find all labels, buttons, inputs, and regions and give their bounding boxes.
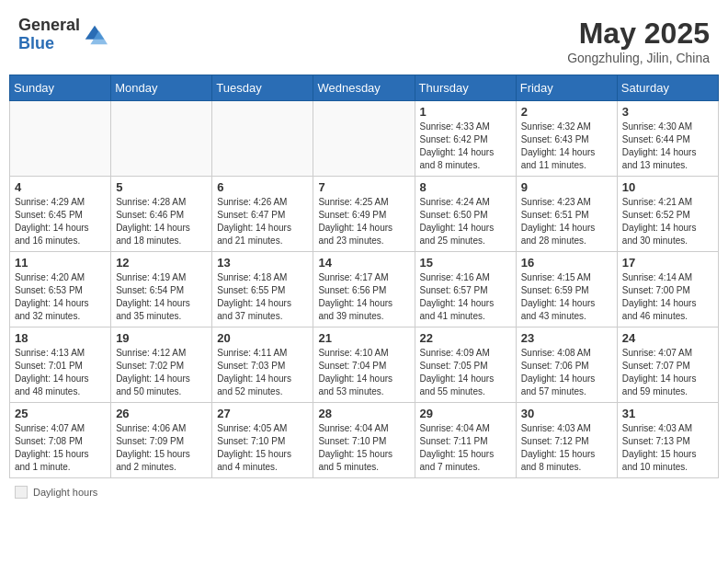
calendar-week-row: 4Sunrise: 4:29 AM Sunset: 6:45 PM Daylig… bbox=[10, 177, 719, 252]
day-info: Sunrise: 4:06 AM Sunset: 7:09 PM Dayligh… bbox=[116, 422, 207, 474]
day-number: 17 bbox=[622, 256, 713, 270]
day-number: 4 bbox=[15, 180, 106, 194]
calendar-cell: 17Sunrise: 4:14 AM Sunset: 7:00 PM Dayli… bbox=[617, 252, 718, 327]
day-info: Sunrise: 4:04 AM Sunset: 7:10 PM Dayligh… bbox=[318, 422, 409, 474]
weekday-header-sunday: Sunday bbox=[10, 75, 111, 101]
calendar-cell: 25Sunrise: 4:07 AM Sunset: 7:08 PM Dayli… bbox=[10, 403, 111, 478]
day-info: Sunrise: 4:12 AM Sunset: 7:02 PM Dayligh… bbox=[116, 347, 207, 398]
logo: General Blue bbox=[18, 17, 108, 53]
day-info: Sunrise: 4:04 AM Sunset: 7:11 PM Dayligh… bbox=[420, 422, 511, 474]
day-info: Sunrise: 4:26 AM Sunset: 6:47 PM Dayligh… bbox=[217, 196, 308, 247]
day-info: Sunrise: 4:16 AM Sunset: 6:57 PM Dayligh… bbox=[420, 271, 511, 323]
calendar-cell: 2Sunrise: 4:32 AM Sunset: 6:43 PM Daylig… bbox=[516, 101, 617, 177]
calendar-cell: 24Sunrise: 4:07 AM Sunset: 7:07 PM Dayli… bbox=[617, 327, 718, 403]
calendar-cell: 28Sunrise: 4:04 AM Sunset: 7:10 PM Dayli… bbox=[313, 403, 415, 478]
day-info: Sunrise: 4:15 AM Sunset: 6:59 PM Dayligh… bbox=[521, 271, 612, 323]
calendar-cell: 4Sunrise: 4:29 AM Sunset: 6:45 PM Daylig… bbox=[10, 177, 111, 252]
day-number: 25 bbox=[15, 407, 106, 420]
day-number: 26 bbox=[116, 407, 207, 420]
day-info: Sunrise: 4:18 AM Sunset: 6:55 PM Dayligh… bbox=[217, 271, 308, 323]
day-info: Sunrise: 4:11 AM Sunset: 7:03 PM Dayligh… bbox=[217, 347, 308, 398]
day-info: Sunrise: 4:09 AM Sunset: 7:05 PM Dayligh… bbox=[420, 347, 511, 398]
calendar-week-row: 11Sunrise: 4:20 AM Sunset: 6:53 PM Dayli… bbox=[10, 252, 719, 327]
calendar-week-row: 25Sunrise: 4:07 AM Sunset: 7:08 PM Dayli… bbox=[10, 403, 719, 478]
footer-label: Daylight hours bbox=[33, 487, 97, 498]
calendar-week-row: 1Sunrise: 4:33 AM Sunset: 6:42 PM Daylig… bbox=[10, 101, 719, 177]
day-info: Sunrise: 4:20 AM Sunset: 6:53 PM Dayligh… bbox=[15, 271, 106, 323]
month-year-title: May 2025 bbox=[567, 17, 710, 51]
day-number: 31 bbox=[622, 407, 713, 420]
day-info: Sunrise: 4:30 AM Sunset: 6:44 PM Dayligh… bbox=[622, 121, 713, 172]
day-number: 2 bbox=[521, 105, 612, 119]
calendar-cell: 10Sunrise: 4:21 AM Sunset: 6:52 PM Dayli… bbox=[617, 177, 718, 252]
day-info: Sunrise: 4:25 AM Sunset: 6:49 PM Dayligh… bbox=[318, 196, 409, 247]
day-info: Sunrise: 4:17 AM Sunset: 6:56 PM Dayligh… bbox=[318, 271, 409, 323]
day-number: 16 bbox=[521, 256, 612, 270]
calendar-cell: 18Sunrise: 4:13 AM Sunset: 7:01 PM Dayli… bbox=[10, 327, 111, 403]
page-header: General Blue May 2025 Gongzhuling, Jilin… bbox=[9, 9, 719, 69]
title-block: May 2025 Gongzhuling, Jilin, China bbox=[567, 17, 710, 65]
calendar-cell: 26Sunrise: 4:06 AM Sunset: 7:09 PM Dayli… bbox=[111, 403, 212, 478]
day-number: 8 bbox=[420, 180, 511, 194]
day-number: 23 bbox=[521, 331, 612, 345]
calendar-cell: 8Sunrise: 4:24 AM Sunset: 6:50 PM Daylig… bbox=[415, 177, 516, 252]
weekday-header-saturday: Saturday bbox=[617, 75, 718, 101]
calendar-cell: 6Sunrise: 4:26 AM Sunset: 6:47 PM Daylig… bbox=[212, 177, 313, 252]
calendar-cell bbox=[10, 101, 111, 177]
day-number: 3 bbox=[622, 105, 713, 119]
calendar-cell: 30Sunrise: 4:03 AM Sunset: 7:12 PM Dayli… bbox=[516, 403, 617, 478]
day-info: Sunrise: 4:33 AM Sunset: 6:42 PM Dayligh… bbox=[420, 121, 511, 172]
weekday-header-thursday: Thursday bbox=[415, 75, 516, 101]
day-info: Sunrise: 4:03 AM Sunset: 7:12 PM Dayligh… bbox=[521, 422, 612, 474]
logo-icon bbox=[82, 22, 108, 48]
day-number: 18 bbox=[15, 331, 106, 345]
day-number: 27 bbox=[217, 407, 308, 420]
calendar-cell: 15Sunrise: 4:16 AM Sunset: 6:57 PM Dayli… bbox=[415, 252, 516, 327]
calendar-cell: 5Sunrise: 4:28 AM Sunset: 6:46 PM Daylig… bbox=[111, 177, 212, 252]
day-number: 24 bbox=[622, 331, 713, 345]
weekday-header-tuesday: Tuesday bbox=[212, 75, 313, 101]
day-number: 12 bbox=[116, 256, 207, 270]
day-info: Sunrise: 4:13 AM Sunset: 7:01 PM Dayligh… bbox=[15, 347, 106, 398]
calendar-cell bbox=[313, 101, 415, 177]
day-info: Sunrise: 4:14 AM Sunset: 7:00 PM Dayligh… bbox=[622, 271, 713, 323]
day-info: Sunrise: 4:24 AM Sunset: 6:50 PM Dayligh… bbox=[420, 196, 511, 247]
calendar-table: SundayMondayTuesdayWednesdayThursdayFrid… bbox=[9, 75, 719, 478]
day-number: 5 bbox=[116, 180, 207, 194]
day-number: 15 bbox=[420, 256, 511, 270]
day-number: 7 bbox=[318, 180, 409, 194]
day-number: 10 bbox=[622, 180, 713, 194]
day-info: Sunrise: 4:07 AM Sunset: 7:07 PM Dayligh… bbox=[622, 347, 713, 398]
location-subtitle: Gongzhuling, Jilin, China bbox=[567, 51, 710, 65]
calendar-cell: 20Sunrise: 4:11 AM Sunset: 7:03 PM Dayli… bbox=[212, 327, 313, 403]
day-number: 9 bbox=[521, 180, 612, 194]
calendar-cell: 16Sunrise: 4:15 AM Sunset: 6:59 PM Dayli… bbox=[516, 252, 617, 327]
calendar-cell: 19Sunrise: 4:12 AM Sunset: 7:02 PM Dayli… bbox=[111, 327, 212, 403]
day-info: Sunrise: 4:29 AM Sunset: 6:45 PM Dayligh… bbox=[15, 196, 106, 247]
calendar-cell: 3Sunrise: 4:30 AM Sunset: 6:44 PM Daylig… bbox=[617, 101, 718, 177]
calendar-cell bbox=[212, 101, 313, 177]
day-number: 13 bbox=[217, 256, 308, 270]
footer: Daylight hours bbox=[9, 486, 719, 499]
calendar-cell: 23Sunrise: 4:08 AM Sunset: 7:06 PM Dayli… bbox=[516, 327, 617, 403]
day-info: Sunrise: 4:03 AM Sunset: 7:13 PM Dayligh… bbox=[622, 422, 713, 474]
weekday-header-row: SundayMondayTuesdayWednesdayThursdayFrid… bbox=[10, 75, 719, 101]
day-info: Sunrise: 4:32 AM Sunset: 6:43 PM Dayligh… bbox=[521, 121, 612, 172]
calendar-cell: 14Sunrise: 4:17 AM Sunset: 6:56 PM Dayli… bbox=[313, 252, 415, 327]
weekday-header-monday: Monday bbox=[111, 75, 212, 101]
day-info: Sunrise: 4:21 AM Sunset: 6:52 PM Dayligh… bbox=[622, 196, 713, 247]
day-number: 30 bbox=[521, 407, 612, 420]
calendar-cell: 31Sunrise: 4:03 AM Sunset: 7:13 PM Dayli… bbox=[617, 403, 718, 478]
calendar-cell: 27Sunrise: 4:05 AM Sunset: 7:10 PM Dayli… bbox=[212, 403, 313, 478]
day-number: 6 bbox=[217, 180, 308, 194]
logo-text: General Blue bbox=[18, 17, 80, 53]
day-info: Sunrise: 4:05 AM Sunset: 7:10 PM Dayligh… bbox=[217, 422, 308, 474]
day-info: Sunrise: 4:28 AM Sunset: 6:46 PM Dayligh… bbox=[116, 196, 207, 247]
day-info: Sunrise: 4:10 AM Sunset: 7:04 PM Dayligh… bbox=[318, 347, 409, 398]
calendar-cell bbox=[111, 101, 212, 177]
calendar-cell: 21Sunrise: 4:10 AM Sunset: 7:04 PM Dayli… bbox=[313, 327, 415, 403]
day-number: 29 bbox=[420, 407, 511, 420]
day-number: 11 bbox=[15, 256, 106, 270]
day-info: Sunrise: 4:19 AM Sunset: 6:54 PM Dayligh… bbox=[116, 271, 207, 323]
calendar-cell: 29Sunrise: 4:04 AM Sunset: 7:11 PM Dayli… bbox=[415, 403, 516, 478]
